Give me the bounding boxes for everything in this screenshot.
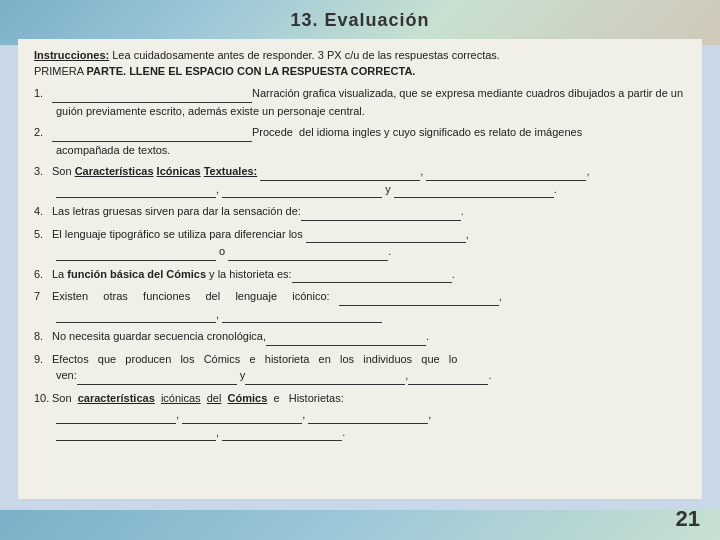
- instrucciones-label: Instrucciones:: [34, 49, 109, 61]
- item-10-blank5: [222, 424, 342, 442]
- item-4-content: Las letras gruesas sirven para dar la se…: [52, 203, 686, 221]
- item-5-blank3: [228, 243, 388, 261]
- item-10-line3: , .: [56, 426, 345, 438]
- item-9: 9. Efectos que producen los Cómics e his…: [34, 351, 686, 385]
- item-2: 2. Procede del idioma ingles y cuyo sign…: [34, 124, 686, 158]
- item-8-content: No necesita guardar secuencia cronológic…: [52, 328, 686, 346]
- item-8-num: 8.: [34, 328, 52, 346]
- item-6-num: 6.: [34, 266, 52, 284]
- item-3-line2: , y .: [56, 183, 557, 195]
- item-1-line2: guión previamente escrito, además existe…: [56, 105, 365, 117]
- item-1: 1. Narración grafica visualizada, que se…: [34, 85, 686, 119]
- item-10-bold1: características: [78, 392, 155, 404]
- item-1-num: 1.: [34, 85, 52, 119]
- item-10-text2: icónicas: [161, 392, 201, 404]
- item-1-blank: [52, 85, 252, 103]
- item-10-blank2: [182, 406, 302, 424]
- item-3-blank5: [394, 181, 554, 199]
- item-6-blank: [292, 266, 452, 284]
- item-7-blank1: [339, 288, 499, 306]
- item-8-blank: [266, 328, 426, 346]
- item-2-blank: [52, 124, 252, 142]
- item-3-blank3: [56, 181, 216, 199]
- item-4-blank: [301, 203, 461, 221]
- item-7-blank2: [56, 306, 216, 324]
- item-7-line2: ,: [56, 308, 382, 320]
- item-9-blank1: [77, 367, 237, 385]
- item-9-line2: ven: y , .: [56, 369, 491, 381]
- item-3-content: Son Características Icónicas Textuales: …: [52, 163, 686, 198]
- item-6: 6. La función básica del Cómics y la his…: [34, 266, 686, 284]
- item-7-blank3: [222, 306, 382, 324]
- item-10-blank3: [308, 406, 428, 424]
- main-content: Instrucciones: Lea cuidadosamente antes …: [18, 39, 702, 499]
- item-5-blank1: [306, 226, 466, 244]
- item-5-line2: o .: [56, 245, 391, 257]
- item-9-blank3: [408, 367, 488, 385]
- item-3-char2: Icónicas: [157, 165, 201, 177]
- page-title: 13. Evaluación: [0, 0, 720, 39]
- item-10-line2: , , ,: [56, 408, 431, 420]
- item-4-num: 4.: [34, 203, 52, 221]
- item-8: 8. No necesita guardar secuencia cronoló…: [34, 328, 686, 346]
- instrucciones-text: Lea cuidadosamente antes de responder. 3…: [109, 49, 500, 61]
- item-7-content: Existen otras funciones del lenguaje icó…: [52, 288, 686, 323]
- item-9-num: 9.: [34, 351, 52, 385]
- primera-parte: PRIMERA PARTE. LLENE EL ESPACIO CON LA R…: [34, 65, 686, 77]
- primera-prefix: PRIMERA: [34, 65, 87, 77]
- item-10: 10. Son características icónicas del Cóm…: [34, 390, 686, 442]
- item-2-num: 2.: [34, 124, 52, 158]
- item-2-content: Procede del idioma ingles y cuyo signifi…: [52, 124, 686, 158]
- item-3-blank2: [426, 163, 586, 181]
- bg-bottom: [0, 510, 720, 540]
- item-10-num: 10.: [34, 390, 52, 442]
- item-3: 3. Son Características Icónicas Textuale…: [34, 163, 686, 198]
- item-4: 4. Las letras gruesas sirven para dar la…: [34, 203, 686, 221]
- item-7: 7 Existen otras funciones del lenguaje i…: [34, 288, 686, 323]
- item-6-bold: función básica del Cómics: [67, 268, 206, 280]
- item-5-num: 5.: [34, 226, 52, 261]
- item-9-content: Efectos que producen los Cómics e histor…: [52, 351, 686, 385]
- item-2-line2: acompañada de textos.: [56, 144, 170, 156]
- item-3-num: 3.: [34, 163, 52, 198]
- item-3-char3: Textuales:: [204, 165, 258, 177]
- item-10-blank4: [56, 424, 216, 442]
- item-3-blank1: [260, 163, 420, 181]
- item-9-blank2: [245, 367, 405, 385]
- item-5-content: El lenguaje tipográfico se utiliza para …: [52, 226, 686, 261]
- primera-text: PARTE. LLENE EL ESPACIO CON LA RESPUESTA…: [87, 65, 416, 77]
- item-1-content: Narración grafica visualizada, que se ex…: [52, 85, 686, 119]
- item-3-char1: Características: [75, 165, 154, 177]
- item-10-bold2: Cómics: [228, 392, 268, 404]
- item-10-blank1: [56, 406, 176, 424]
- instrucciones: Instrucciones: Lea cuidadosamente antes …: [34, 49, 686, 61]
- item-5-blank2: [56, 243, 216, 261]
- item-7-num: 7: [34, 288, 52, 323]
- item-10-text3: del: [207, 392, 222, 404]
- page-number: 21: [676, 506, 700, 532]
- item-3-blank4: [222, 181, 382, 199]
- item-10-content: Son características icónicas del Cómics …: [52, 390, 686, 442]
- item-5: 5. El lenguaje tipográfico se utiliza pa…: [34, 226, 686, 261]
- item-6-content: La función básica del Cómics y la histor…: [52, 266, 686, 284]
